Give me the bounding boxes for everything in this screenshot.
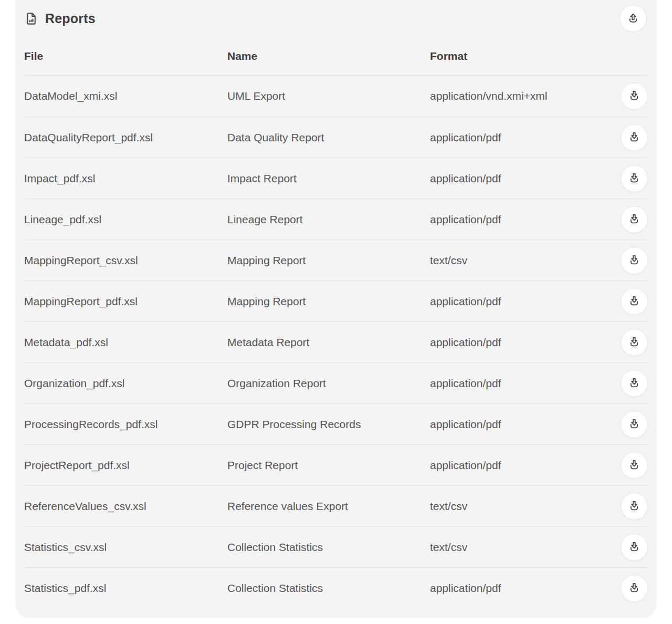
table-row: MappingReport_pdf.xsl Mapping Report app… xyxy=(24,280,648,321)
download-button[interactable] xyxy=(621,370,648,397)
row-file: Statistics_csv.xsl xyxy=(24,541,227,554)
download-button[interactable] xyxy=(621,82,648,110)
row-actions xyxy=(618,82,648,110)
row-actions xyxy=(618,370,648,397)
row-format: application/pdf xyxy=(430,172,618,185)
row-name: UML Export xyxy=(227,90,430,102)
download-icon xyxy=(627,500,641,513)
card-header: Reports xyxy=(24,0,648,37)
row-format: application/pdf xyxy=(430,377,618,390)
row-file: ProjectReport_pdf.xsl xyxy=(24,459,227,472)
download-icon xyxy=(627,459,641,472)
table-row: Metadata_pdf.xsl Metadata Report applica… xyxy=(24,321,648,362)
page: Reports File Name Format DataModel_xmi.x… xyxy=(0,0,672,624)
download-icon xyxy=(627,131,641,144)
column-header-file: File xyxy=(24,50,227,63)
row-file: ProcessingRecords_pdf.xsl xyxy=(24,418,227,431)
download-icon xyxy=(627,254,641,267)
download-button[interactable] xyxy=(621,288,648,315)
row-name: Mapping Report xyxy=(227,254,430,267)
row-file: MappingReport_csv.xsl xyxy=(24,254,227,267)
row-name: Collection Statistics xyxy=(227,541,430,554)
row-file: MappingReport_pdf.xsl xyxy=(24,295,227,308)
download-icon xyxy=(627,336,641,349)
row-actions xyxy=(618,206,648,233)
row-name: Data Quality Report xyxy=(227,131,430,144)
table-header: File Name Format xyxy=(24,37,648,76)
download-button[interactable] xyxy=(621,493,648,520)
row-format: application/pdf xyxy=(430,213,618,226)
row-actions xyxy=(618,493,648,520)
row-actions xyxy=(618,575,648,602)
row-name: Mapping Report xyxy=(227,295,430,308)
download-button[interactable] xyxy=(621,124,648,151)
row-actions xyxy=(618,329,648,356)
row-file: Organization_pdf.xsl xyxy=(24,377,227,390)
row-format: application/pdf xyxy=(430,582,618,595)
download-icon xyxy=(627,89,641,103)
table-row: DataModel_xmi.xsl UML Export application… xyxy=(24,76,648,117)
row-name: Project Report xyxy=(227,459,430,472)
upload-button[interactable] xyxy=(620,5,647,32)
row-file: Impact_pdf.xsl xyxy=(24,172,227,185)
download-button[interactable] xyxy=(621,247,648,274)
row-format: application/pdf xyxy=(430,459,618,472)
download-icon xyxy=(627,540,641,554)
download-button[interactable] xyxy=(621,329,648,356)
table-row: DataQualityReport_pdf.xsl Data Quality R… xyxy=(24,117,648,158)
column-header-name: Name xyxy=(227,50,430,63)
row-name: Metadata Report xyxy=(227,336,430,349)
row-format: application/pdf xyxy=(430,295,618,308)
download-button[interactable] xyxy=(621,206,648,233)
table-row: ReferenceValues_csv.xsl Reference values… xyxy=(24,485,648,526)
download-icon xyxy=(627,172,641,185)
row-name: Collection Statistics xyxy=(227,582,430,595)
row-actions xyxy=(618,165,648,192)
row-format: application/vnd.xmi+xml xyxy=(430,90,618,102)
row-file: Metadata_pdf.xsl xyxy=(24,336,227,349)
table-row: Statistics_pdf.xsl Collection Statistics… xyxy=(24,567,648,608)
row-name: GDPR Processing Records xyxy=(227,418,430,431)
table-body: DataModel_xmi.xsl UML Export application… xyxy=(24,76,648,608)
row-file: Statistics_pdf.xsl xyxy=(24,582,227,595)
row-name: Organization Report xyxy=(227,377,430,390)
table-row: Lineage_pdf.xsl Lineage Report applicati… xyxy=(24,199,648,240)
table-row: ProcessingRecords_pdf.xsl GDPR Processin… xyxy=(24,403,648,444)
row-format: application/pdf xyxy=(430,131,618,144)
download-icon xyxy=(627,418,641,431)
row-file: DataQualityReport_pdf.xsl xyxy=(24,131,227,144)
row-name: Reference values Export xyxy=(227,500,430,513)
row-file: Lineage_pdf.xsl xyxy=(24,213,227,226)
row-file: DataModel_xmi.xsl xyxy=(24,90,227,102)
download-button[interactable] xyxy=(621,411,648,438)
page-title: Reports xyxy=(45,11,96,26)
download-icon xyxy=(627,213,641,226)
download-icon xyxy=(627,377,641,390)
row-actions xyxy=(618,247,648,274)
table-row: Statistics_csv.xsl Collection Statistics… xyxy=(24,526,648,567)
row-format: application/pdf xyxy=(430,418,618,431)
download-icon xyxy=(627,295,641,308)
title-wrap: Reports xyxy=(24,11,96,26)
row-format: text/csv xyxy=(430,541,618,554)
row-name: Lineage Report xyxy=(227,213,430,226)
row-actions xyxy=(618,288,648,315)
reports-card: Reports File Name Format DataModel_xmi.x… xyxy=(16,0,656,618)
download-button[interactable] xyxy=(621,534,648,561)
row-actions xyxy=(618,534,648,561)
row-actions xyxy=(618,411,648,438)
download-button[interactable] xyxy=(621,165,648,192)
table-row: ProjectReport_pdf.xsl Project Report app… xyxy=(24,444,648,485)
row-format: text/csv xyxy=(430,500,618,513)
row-actions xyxy=(618,452,648,479)
table-row: Organization_pdf.xsl Organization Report… xyxy=(24,362,648,403)
row-actions xyxy=(618,124,648,151)
table-row: Impact_pdf.xsl Impact Report application… xyxy=(24,158,648,199)
upload-icon xyxy=(626,12,640,25)
download-button[interactable] xyxy=(621,452,648,479)
row-name: Impact Report xyxy=(227,172,430,185)
download-button[interactable] xyxy=(621,575,648,602)
download-icon xyxy=(627,581,641,595)
row-format: application/pdf xyxy=(430,336,618,349)
row-format: text/csv xyxy=(430,254,618,267)
